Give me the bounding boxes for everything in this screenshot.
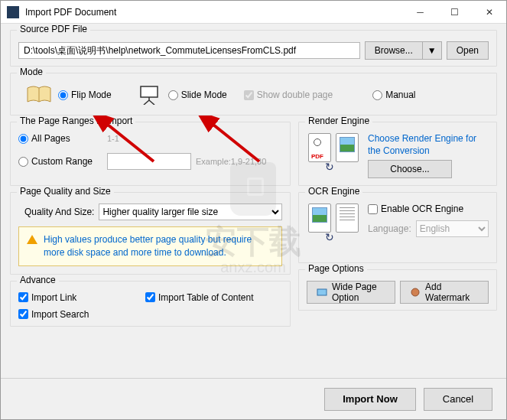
ocr-language-label: Language: — [368, 223, 411, 234]
enable-ocr-label: Enable OCR Engine — [381, 203, 463, 214]
custom-range-radio[interactable]: Custom Range — [18, 156, 102, 167]
open-button[interactable]: Open — [447, 41, 489, 60]
advance-group-label: Advance — [17, 275, 59, 285]
maximize-button[interactable]: ☐ — [437, 1, 472, 24]
import-toc-checkbox[interactable]: Import Table of Content — [145, 292, 254, 303]
all-pages-label: All Pages — [31, 133, 70, 144]
show-double-checkbox: Show double page — [244, 90, 333, 100]
import-now-button[interactable]: Import Now — [324, 388, 416, 411]
add-watermark-label: Add Watermark — [425, 282, 479, 303]
render-group-label: Render Engine — [305, 116, 372, 126]
all-pages-radio[interactable]: All Pages — [18, 133, 102, 144]
import-search-checkbox[interactable]: Import Search — [18, 309, 89, 320]
svg-line-3 — [144, 100, 149, 105]
svg-point-6 — [411, 288, 419, 296]
slide-mode-label: Slide Mode — [181, 90, 227, 100]
svg-line-4 — [149, 100, 154, 105]
manual-mode-radio[interactable]: Manual — [372, 90, 415, 100]
quality-group-label: Page Quality and Size — [17, 186, 114, 197]
add-watermark-button[interactable]: Add Watermark — [400, 281, 489, 304]
show-double-label: Show double page — [257, 90, 333, 100]
pages-group-label: The Page Ranges to Import — [17, 116, 135, 126]
svg-rect-5 — [317, 289, 327, 295]
slide-mode-radio[interactable]: Slide Mode — [168, 90, 227, 100]
ocr-language-select: English — [416, 220, 489, 237]
render-choose-button[interactable]: Choose... — [368, 160, 452, 178]
flip-mode-radio[interactable]: Flip Mode — [58, 90, 112, 100]
ocr-group-label: OCR Engine — [305, 186, 362, 197]
import-link-label: Import Link — [31, 292, 76, 303]
manual-mode-label: Manual — [385, 90, 415, 100]
custom-range-label: Custom Range — [31, 156, 93, 167]
minimize-button[interactable]: ─ — [403, 1, 437, 24]
browse-button[interactable]: Browse... — [365, 41, 422, 60]
browse-dropdown-button[interactable]: ▼ — [422, 41, 442, 60]
ocr-engine-icon: ↻ — [307, 203, 362, 237]
source-path-input[interactable] — [18, 42, 360, 59]
mode-group-label: Mode — [17, 67, 46, 77]
watermark-icon — [410, 287, 421, 298]
slide-mode-icon — [136, 84, 162, 106]
cancel-button[interactable]: Cancel — [424, 388, 492, 411]
quality-warning-text: High values produce better page quality … — [44, 233, 274, 259]
wide-page-button[interactable]: Wide Page Option — [307, 281, 395, 304]
svg-rect-1 — [141, 86, 158, 97]
render-engine-icon: PDF ↻ — [307, 133, 362, 167]
custom-range-example: Example:1,9-21,30 — [196, 157, 266, 166]
app-icon — [7, 6, 19, 18]
wide-page-icon — [317, 287, 327, 298]
custom-range-input — [107, 153, 191, 170]
enable-ocr-checkbox[interactable]: Enable OCR Engine — [368, 203, 489, 214]
import-toc-label: Import Table of Content — [158, 292, 254, 303]
page-options-group-label: Page Options — [305, 263, 367, 274]
render-engine-link[interactable]: Choose Render Engine for the Conversion — [368, 133, 489, 157]
all-pages-hint: 1-1 — [107, 134, 119, 143]
warning-icon — [27, 235, 37, 244]
close-button[interactable]: ✕ — [472, 1, 506, 24]
source-group-label: Source PDF File — [17, 24, 90, 34]
import-link-checkbox[interactable]: Import Link — [18, 292, 141, 303]
quality-label: Quality And Size: — [24, 207, 94, 217]
flip-mode-label: Flip Mode — [71, 90, 112, 100]
import-search-label: Import Search — [31, 309, 89, 320]
flip-mode-icon — [26, 84, 52, 106]
window-title: Import PDF Document — [25, 7, 403, 18]
quality-select[interactable]: Higher quality larger file size — [99, 203, 282, 220]
wide-page-label: Wide Page Option — [332, 282, 385, 303]
